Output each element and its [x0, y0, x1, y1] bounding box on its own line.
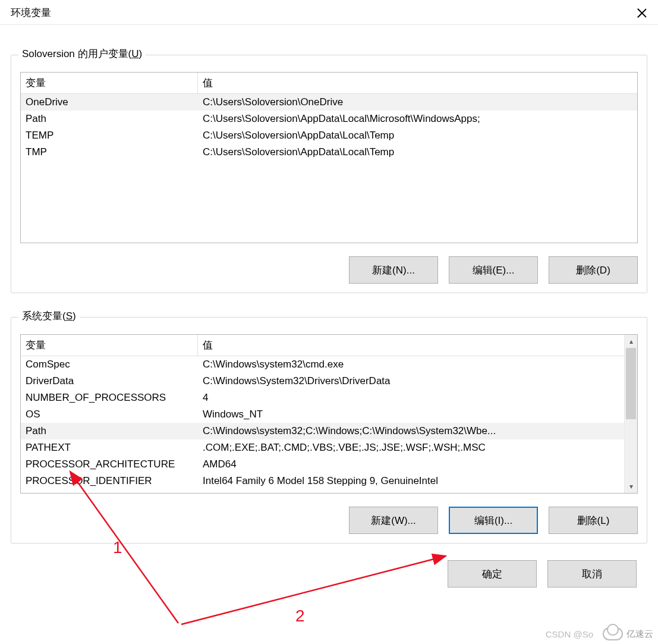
user-table-header: 变量 值 [21, 73, 637, 94]
table-row[interactable]: OneDriveC:\Users\Soloversion\OneDrive [21, 94, 637, 111]
system-variables-table[interactable]: 变量 值 ComSpecC:\Windows\system32\cmd.exeD… [20, 334, 638, 494]
user-header-name[interactable]: 变量 [21, 73, 198, 93]
table-row[interactable]: PATHEXT.COM;.EXE;.BAT;.CMD;.VBS;.VBE;.JS… [21, 439, 624, 456]
table-row[interactable]: TEMPC:\Users\Soloversion\AppData\Local\T… [21, 127, 637, 144]
cell-name: PROCESSOR_ARCHITECTURE [21, 456, 198, 473]
annotation-2: 2 [295, 607, 305, 626]
cell-name: ComSpec [21, 356, 198, 373]
ok-button[interactable]: 确定 [448, 560, 537, 588]
user-new-button[interactable]: 新建(N)... [349, 256, 438, 284]
cell-name: PATHEXT [21, 439, 198, 456]
table-row[interactable]: PROCESSOR_IDENTIFIERIntel64 Family 6 Mod… [21, 473, 624, 489]
table-row[interactable]: DriverDataC:\Windows\System32\Drivers\Dr… [21, 373, 624, 389]
cell-value: C:\Users\Soloversion\OneDrive [198, 94, 637, 111]
cell-value: C:\Users\Soloversion\AppData\Local\Temp [198, 127, 637, 144]
cell-name: DriverData [21, 373, 198, 389]
cell-name: Path [21, 111, 198, 127]
table-row[interactable]: PROCESSOR_ARCHITECTUREAMD64 [21, 456, 624, 473]
cell-value: 4 [198, 389, 624, 406]
cell-value: C:\Users\Soloversion\AppData\Local\Micro… [198, 111, 637, 127]
cell-name: TEMP [21, 127, 198, 144]
cell-value: C:\Windows\system32\cmd.exe [198, 356, 624, 373]
sys-header-value[interactable]: 值 [198, 335, 624, 356]
user-header-value[interactable]: 值 [198, 73, 637, 93]
sys-new-button[interactable]: 新建(W)... [349, 507, 438, 534]
system-variables-group: 系统变量(S) 变量 值 ComSpecC:\Windows\system32\… [11, 317, 647, 544]
cell-value: C:\Windows\System32\Drivers\DriverData [198, 373, 624, 389]
user-button-row: 新建(N)... 编辑(E)... 删除(D) [20, 256, 638, 284]
sys-scrollbar[interactable]: ▴ ▾ [624, 335, 637, 493]
cell-name: Path [21, 423, 198, 439]
cell-value: Windows_NT [198, 406, 624, 423]
sys-edit-button[interactable]: 编辑(I)... [449, 507, 538, 534]
table-row[interactable]: PathC:\Users\Soloversion\AppData\Local\M… [21, 111, 637, 127]
cell-value: C:\Users\Soloversion\AppData\Local\Temp [198, 144, 637, 161]
watermark-csdn: CSDN @So [546, 629, 593, 639]
cell-name: OneDrive [21, 94, 198, 111]
user-variables-group: Soloversion 的用户变量(U) 变量 值 OneDriveC:\Use… [11, 55, 647, 293]
sys-table-header: 变量 值 [21, 335, 624, 356]
scroll-down-icon[interactable]: ▾ [625, 480, 638, 493]
system-group-legend: 系统变量(S) [18, 309, 80, 323]
dialog-title: 环境变量 [11, 6, 51, 20]
cancel-button[interactable]: 取消 [547, 560, 637, 588]
table-row[interactable]: OSWindows_NT [21, 406, 624, 423]
cell-name: TMP [21, 144, 198, 161]
close-icon[interactable] [637, 8, 647, 18]
cell-name: OS [21, 406, 198, 423]
user-variables-table[interactable]: 变量 值 OneDriveC:\Users\Soloversion\OneDri… [20, 72, 638, 243]
scroll-thumb[interactable] [626, 348, 636, 419]
user-group-legend: Soloversion 的用户变量(U) [18, 47, 146, 61]
dialog-button-row: 确定 取消 [11, 560, 647, 588]
cell-name: PROCESSOR_IDENTIFIER [21, 473, 198, 489]
table-row[interactable]: TMPC:\Users\Soloversion\AppData\Local\Te… [21, 144, 637, 161]
sys-button-row: 新建(W)... 编辑(I)... 删除(L) [20, 507, 638, 534]
cell-value: AMD64 [198, 456, 624, 473]
user-edit-button[interactable]: 编辑(E)... [449, 256, 538, 284]
titlebar: 环境变量 [0, 0, 658, 25]
table-row[interactable]: NUMBER_OF_PROCESSORS4 [21, 389, 624, 406]
cell-value: .COM;.EXE;.BAT;.CMD;.VBS;.VBE;.JS;.JSE;.… [198, 439, 624, 456]
cell-name: NUMBER_OF_PROCESSORS [21, 389, 198, 406]
sys-delete-button[interactable]: 删除(L) [549, 507, 638, 534]
watermark-brand: 亿速云 [626, 629, 653, 640]
cell-value: Intel64 Family 6 Model 158 Stepping 9, G… [198, 473, 624, 489]
table-row[interactable]: PathC:\Windows\system32;C:\Windows;C:\Wi… [21, 423, 624, 439]
dialog-content: Soloversion 的用户变量(U) 变量 值 OneDriveC:\Use… [0, 25, 658, 598]
table-row[interactable]: ComSpecC:\Windows\system32\cmd.exe [21, 356, 624, 373]
scroll-track[interactable] [625, 348, 637, 480]
user-delete-button[interactable]: 删除(D) [549, 256, 638, 284]
watermark: CSDN @So 亿速云 [546, 627, 653, 640]
cloud-icon [603, 627, 623, 640]
scroll-up-icon[interactable]: ▴ [625, 335, 638, 348]
sys-header-name[interactable]: 变量 [21, 335, 198, 356]
cell-value: C:\Windows\system32;C:\Windows;C:\Window… [198, 423, 624, 439]
